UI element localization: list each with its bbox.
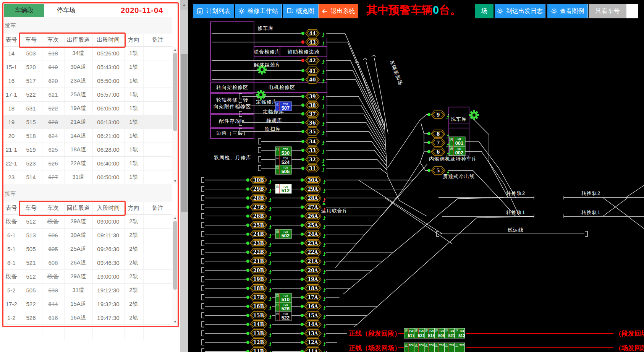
svg-text:521: 521	[448, 333, 455, 338]
track-badge: 16A	[304, 302, 321, 310]
page-scrollbar[interactable]: ▲	[180, 0, 188, 352]
svg-text:14B: 14B	[253, 321, 264, 327]
track-badge: 11B	[250, 347, 267, 352]
zone-label: 转换轨1	[506, 209, 525, 215]
departure-table-scrollbar[interactable]: ▲ ▼	[172, 47, 178, 184]
train-unit-box[interactable]: 正TC6	[435, 343, 445, 352]
table-row[interactable]: 22-152362622A道06:40:001轨	[3, 157, 172, 170]
table-row[interactable]: 17-152262125A道05:57:001轨	[3, 88, 172, 102]
svg-text:14A: 14A	[307, 321, 318, 327]
train-unit-box[interactable]: 临TC6512	[275, 184, 291, 193]
train-unit-box[interactable]: 正TC6517	[404, 328, 414, 338]
page-scrollbar-thumb[interactable]	[181, 54, 188, 212]
mainline-row-right-label: （段发回场）	[615, 330, 644, 337]
zone-label: 辅助检修边跨	[287, 49, 320, 55]
table-cell	[143, 242, 172, 256]
table-row[interactable]: 1951562321A道06:13:001轨	[3, 115, 172, 129]
table-row[interactable]: 段备512段备29A道09:00:002轨	[3, 215, 172, 229]
train-unit-box[interactable]: HTC6524	[275, 156, 291, 165]
track-occupancy-dot	[301, 104, 304, 107]
tab-depot[interactable]: 车辆段	[4, 4, 44, 17]
table-row[interactable]: 段备512段备29A道19:00:002轨	[3, 270, 172, 284]
arrival-section-label: 接车	[5, 190, 16, 198]
table-row[interactable]: 5-250563331道19:12:302轨	[3, 284, 172, 297]
table-row[interactable]: 21-151962518A道06:28:001轨	[3, 143, 172, 157]
track-badge: 23A	[304, 239, 321, 247]
table-row[interactable]: 5-150560525A道09:26:302轨	[3, 242, 172, 256]
table-row[interactable]: 17-252261415A道19:32:302轨	[3, 297, 172, 311]
table-row[interactable]: 6-151360630A道09:11:302轨	[3, 229, 172, 242]
svg-text:12A: 12A	[307, 339, 318, 345]
train-unit-box[interactable]: 日TC6530	[275, 147, 291, 156]
arrival-table-scrollbar[interactable]: ▲ ▼	[172, 215, 178, 325]
train-unit-box[interactable]: 正TC6531	[414, 328, 425, 338]
track-badge: 36	[306, 119, 319, 127]
table-cell: 531	[20, 102, 42, 115]
track-badge: 12A	[304, 339, 321, 346]
train-unit-box[interactable]: 日TC6502	[275, 229, 291, 238]
train-unit-box[interactable]: 正TC6518	[424, 328, 435, 338]
table-row[interactable]: 1450361834道05:26:001轨	[3, 47, 172, 60]
track-occupancy-dot	[301, 130, 304, 133]
train-unit-box[interactable]: 日TC6522	[275, 311, 291, 321]
svg-text:39: 39	[309, 94, 316, 99]
svg-text:正: 正	[415, 329, 418, 333]
table-cell: 29A道	[64, 270, 92, 284]
table-row[interactable]: 1853162219A道06:05:001轨	[3, 102, 172, 115]
track-occupancy-dot	[301, 206, 304, 209]
train-unit-box[interactable]: 日TC6510	[275, 293, 291, 302]
tab-parking-lot[interactable]: 停车场	[44, 4, 88, 17]
svg-text:24B: 24B	[253, 231, 264, 237]
table-cell	[143, 215, 172, 229]
table-cell: 503	[20, 47, 42, 60]
train-unit-box[interactable]: 正TC6	[414, 343, 424, 352]
zone-label: 转换轨1	[581, 209, 600, 215]
train-unit-box[interactable]: 正TC6508	[435, 328, 445, 338]
table-row[interactable]: 1651762023A道05:50:001轨	[3, 74, 172, 88]
table-cell: 623	[42, 115, 64, 129]
train-unit-box[interactable]: 正TC6507	[275, 102, 291, 111]
track-occupancy-dot	[246, 187, 249, 190]
scroll-up-icon[interactable]: ▲	[180, 0, 188, 10]
table-cell: 513	[20, 229, 42, 242]
svg-text:27A: 27A	[307, 204, 318, 210]
zone-label: 试运线	[508, 227, 524, 233]
table-row[interactable]: 8-152160826A道09:46:302轨	[3, 256, 172, 270]
table-cell: 05:57:00	[92, 88, 124, 102]
zone-label: 配件存放区	[219, 118, 246, 124]
table-cell: 605	[42, 242, 64, 256]
table-cell: 624	[42, 129, 64, 143]
table-cell: 515	[20, 115, 42, 129]
train-unit-box[interactable]: 正TC6513	[455, 328, 465, 338]
track-occupancy-dot	[246, 287, 249, 290]
svg-text:正: 正	[435, 344, 438, 347]
svg-text:505: 505	[282, 169, 290, 174]
table-cell: 26A道	[64, 256, 92, 270]
train-unit-box[interactable]: 调NR002	[449, 146, 465, 156]
train-unit-box[interactable]: 调NR001	[449, 137, 465, 146]
svg-text:正: 正	[405, 329, 408, 333]
svg-text:21A: 21A	[307, 258, 318, 264]
train-unit-box[interactable]: 正TC6521	[445, 328, 455, 338]
svg-text:TC6: TC6	[460, 329, 464, 332]
train-unit-box[interactable]: HTC6526	[275, 302, 291, 311]
train-unit-box[interactable]: 正TC6	[404, 343, 414, 352]
table-row[interactable]: 2351462731道06:50:001轨	[3, 170, 172, 184]
table-cell: 1轨	[124, 47, 143, 60]
train-unit-box[interactable]: 正TC6	[455, 343, 465, 352]
table-row[interactable]	[3, 326, 172, 340]
track-occupancy-dot	[246, 251, 249, 254]
track-occupancy-dot	[301, 121, 304, 124]
train-unit-box[interactable]: 正TC6	[424, 343, 434, 352]
table-cell: 522	[20, 88, 42, 102]
train-unit-box[interactable]: 日TC6505	[275, 165, 291, 174]
table-cell	[143, 256, 172, 270]
table-row[interactable]: 1-252661616A道19:47:302轨	[3, 311, 172, 325]
table-cell: 18	[3, 102, 20, 115]
table-row[interactable]: 2051862414A道06:21:001轨	[3, 129, 172, 143]
track-occupancy-dot	[246, 178, 249, 182]
train-unit-box[interactable]: 正TC6	[445, 343, 455, 352]
column-header: 方向	[124, 34, 143, 47]
table-row[interactable]: 15-152061930A道05:43:001轨	[3, 60, 172, 74]
svg-text:38: 38	[309, 102, 316, 108]
